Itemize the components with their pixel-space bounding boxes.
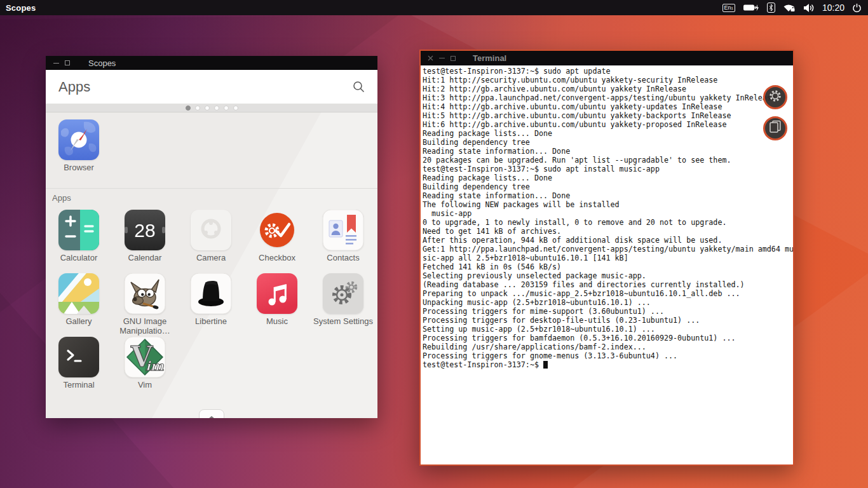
page-dot-3[interactable] xyxy=(214,105,219,111)
terminal-icon xyxy=(58,337,99,377)
app-tile-music[interactable]: Music xyxy=(244,268,310,332)
terminal-line: test@test-Inspiron-3137:~$ sudo apt upda… xyxy=(423,67,793,76)
app-label: Music xyxy=(245,316,309,326)
system-settings-icon xyxy=(323,273,363,314)
terminal-line: Get:1 http://ppa.launchpad.net/convergen… xyxy=(423,245,793,254)
gimp-icon xyxy=(125,273,165,314)
app-tile-terminal[interactable]: Terminal xyxy=(46,332,112,395)
checkbox-icon xyxy=(257,210,297,250)
terminal-prompt: test@test-Inspiron-3137:~$ xyxy=(423,360,543,369)
terminal-line: Building dependency tree xyxy=(423,182,793,191)
terminal-window: Terminal test@test-Inspiron-3137:~$ sudo… xyxy=(419,50,794,466)
keyboard-indicator[interactable]: En1 xyxy=(722,0,735,15)
terminal-line: After this operation, 944 kB of addition… xyxy=(423,236,793,245)
terminal-settings-button[interactable] xyxy=(763,85,787,109)
camera-icon xyxy=(191,210,231,250)
app-tile-camera[interactable]: Camera xyxy=(178,205,244,268)
expand-handle[interactable] xyxy=(199,409,224,418)
close-button[interactable] xyxy=(424,51,436,65)
app-tile-contacts[interactable]: Contacts xyxy=(310,205,376,268)
terminal-prompt-line: test@test-Inspiron-3137:~$ xyxy=(423,360,793,369)
app-label: Browser xyxy=(47,163,111,172)
terminal-line: (Reading database ... 203159 files and d… xyxy=(423,280,793,289)
svg-text:28: 28 xyxy=(134,220,155,241)
page-dot-4[interactable] xyxy=(224,105,229,111)
battery-icon[interactable] xyxy=(743,0,759,15)
gear-icon xyxy=(768,89,782,105)
keyboard-layout-sub: 1 xyxy=(731,4,733,13)
app-tile-browser[interactable]: Browser xyxy=(46,114,112,172)
app-tile-checkbox[interactable]: Checkbox xyxy=(244,205,310,268)
scopes-window: Scopes Apps Browser Apps Calculator28Cal… xyxy=(46,56,377,418)
app-label: Camera xyxy=(179,253,243,262)
app-tile-gallery[interactable]: Gallery xyxy=(46,268,112,332)
featured-grid: Browser xyxy=(46,114,376,172)
app-tile-vim[interactable]: VimVim xyxy=(112,332,178,395)
terminal-line: Processing triggers for desktop-file-uti… xyxy=(423,316,793,325)
maximize-button[interactable] xyxy=(62,56,73,70)
terminal-line: Reading package lists... Done xyxy=(423,129,793,138)
music-icon xyxy=(257,273,297,314)
app-tile-gimp[interactable]: GNU Image Manipulatio… xyxy=(112,268,178,332)
scope-content: Browser Apps Calculator28CalendarCameraC… xyxy=(46,112,377,418)
terminal-line: Hit:6 http://gb.archive.ubuntu.com/ubunt… xyxy=(423,120,793,129)
minimize-button[interactable] xyxy=(436,51,447,65)
terminal-line: Setting up music-app (2.5+bzr1018~ubuntu… xyxy=(423,325,793,334)
active-app-title: Scopes xyxy=(6,3,36,13)
terminal-line: Fetched 141 kB in 0s (546 kB/s) xyxy=(423,262,793,271)
terminal-line: Building dependency tree xyxy=(423,138,793,147)
terminal-line: Processing triggers for gnome-menus (3.1… xyxy=(423,351,793,360)
app-label: System Settings xyxy=(311,316,375,326)
contacts-icon xyxy=(323,210,363,250)
terminal-line: Reading package lists... Done xyxy=(423,173,793,182)
terminal-line: 20 packages can be upgraded. Run 'apt li… xyxy=(423,156,793,165)
keyboard-layout-label: En xyxy=(724,4,731,11)
bluetooth-icon[interactable] xyxy=(767,0,775,15)
desktop: Scopes En1 xyxy=(0,0,868,488)
terminal-content[interactable]: test@test-Inspiron-3137:~$ sudo apt upda… xyxy=(421,65,793,464)
window-title: Scopes xyxy=(88,58,116,68)
app-tile-calculator[interactable]: Calculator xyxy=(46,205,112,268)
terminal-titlebar[interactable]: Terminal xyxy=(421,51,793,65)
app-tile-libertine[interactable]: Libertine xyxy=(178,268,244,332)
app-tile-system-settings[interactable]: System Settings xyxy=(310,268,376,332)
chevron-up-icon xyxy=(206,412,217,418)
apps-section-header: Apps xyxy=(46,188,377,203)
app-tile-calendar[interactable]: 28Calendar xyxy=(112,205,178,268)
minimize-button[interactable] xyxy=(50,56,62,70)
terminal-line: music-app xyxy=(423,209,793,218)
power-icon[interactable] xyxy=(852,0,862,15)
pagination-dots xyxy=(46,104,377,112)
terminal-line: sic-app all 2.5+bzr1018~ubuntu16.10.1 [1… xyxy=(423,254,793,262)
terminal-cursor xyxy=(543,361,548,369)
terminal-line: 0 to upgrade, 1 to newly install, 0 to r… xyxy=(423,218,793,227)
terminal-output: test@test-Inspiron-3137:~$ sudo apt upda… xyxy=(423,67,793,360)
window-title: Terminal xyxy=(473,53,506,63)
page-dot-5[interactable] xyxy=(233,105,238,111)
terminal-line: Reading state information... Done xyxy=(423,147,793,156)
scope-header: Apps xyxy=(46,70,377,104)
maximize-button[interactable] xyxy=(447,51,459,65)
terminal-line: Hit:1 http://security.ubuntu.com/ubuntu … xyxy=(423,76,793,85)
terminal-line: Preparing to unpack .../music-app_2.5+bz… xyxy=(423,289,793,298)
page-dot-1[interactable] xyxy=(195,105,200,111)
clock[interactable]: 10:20 xyxy=(822,0,844,15)
scopes-titlebar[interactable]: Scopes xyxy=(46,56,377,70)
page-dot-2[interactable] xyxy=(205,105,210,111)
search-icon[interactable] xyxy=(353,81,365,93)
svg-text:im: im xyxy=(146,358,165,374)
terminal-line: Selecting previously unselected package … xyxy=(423,271,793,280)
volume-icon[interactable] xyxy=(803,0,815,15)
terminal-line: Reading state information... Done xyxy=(423,191,793,200)
app-label: Gallery xyxy=(47,316,111,326)
page-dot-0[interactable] xyxy=(186,105,191,111)
terminal-line: The following NEW packages will be insta… xyxy=(423,200,793,209)
app-label: Libertine xyxy=(179,316,243,326)
terminal-copy-button[interactable] xyxy=(763,116,787,140)
terminal-line: Hit:2 http://gb.archive.ubuntu.com/ubunt… xyxy=(423,85,793,93)
top-panel: Scopes En1 xyxy=(0,0,868,15)
app-label: Vim xyxy=(113,380,177,390)
network-wifi-icon[interactable] xyxy=(783,0,796,15)
app-label: Calendar xyxy=(113,253,177,262)
terminal-line: Hit:5 http://gb.archive.ubuntu.com/ubunt… xyxy=(423,111,793,120)
